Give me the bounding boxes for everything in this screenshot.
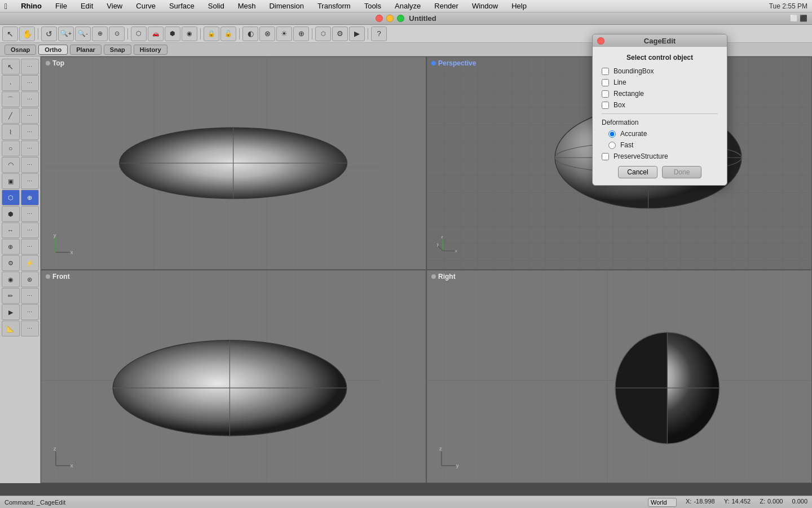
shaded-view[interactable]: 🚗 <box>148 27 164 41</box>
wireframe-view[interactable]: ⬡ <box>131 27 147 41</box>
viewport-front[interactable]: Front x z <box>41 270 426 483</box>
play-tool[interactable]: ▶ <box>349 27 365 41</box>
record-tool[interactable]: ⚙ <box>332 27 348 41</box>
box-label[interactable]: Box <box>614 101 625 109</box>
arc-sub-btn[interactable]: ⋯ <box>21 157 39 173</box>
zoom-window[interactable]: ⊕ <box>92 27 108 41</box>
gumball-tool[interactable]: ⬡ <box>315 27 331 41</box>
menu-mesh[interactable]: Mesh <box>236 2 258 10</box>
menu-render[interactable]: Render <box>432 2 461 10</box>
menu-window[interactable]: Window <box>470 2 500 10</box>
circle-btn[interactable]: ○ <box>2 141 20 156</box>
menu-transform[interactable]: Transform <box>315 2 353 10</box>
curve-sub-btn[interactable]: ⋯ <box>21 91 39 107</box>
menu-file[interactable]: File <box>53 2 69 10</box>
render-btn[interactable]: ▶ <box>2 304 20 320</box>
select-tool[interactable]: ↖ <box>2 27 18 41</box>
render-settings[interactable]: ⊕ <box>293 27 309 41</box>
rectangle-label[interactable]: Rectangle <box>614 90 644 98</box>
menu-help[interactable]: Help <box>509 2 529 10</box>
bounding-box-checkbox[interactable] <box>602 68 609 75</box>
edit-sub-btn[interactable]: ⋯ <box>21 288 39 304</box>
bounding-box-label[interactable]: BoundingBox <box>614 67 654 75</box>
viewport-top[interactable]: Top x y <box>41 56 426 270</box>
fast-radio[interactable] <box>608 142 616 149</box>
lock-tool[interactable]: 🔒 <box>204 27 219 41</box>
unlock-tool[interactable]: 🔓 <box>220 27 236 41</box>
menu-rhino[interactable]: Rhino <box>19 2 44 10</box>
ortho-button[interactable]: Ortho <box>38 45 68 55</box>
rendered-view[interactable]: ⬢ <box>165 27 180 41</box>
move-sub-btn[interactable]: ⋯ <box>21 239 39 255</box>
preserve-structure-label[interactable]: PreserveStructure <box>614 152 668 160</box>
done-button[interactable]: Done <box>662 166 701 178</box>
environment-tool[interactable]: ⊗ <box>259 27 275 41</box>
render-sub-btn[interactable]: ⋯ <box>21 304 39 320</box>
drafting-btn[interactable]: 📐 <box>2 321 20 336</box>
ghosted-view[interactable]: ◉ <box>182 27 197 41</box>
polyline-sub-btn[interactable]: ⋯ <box>21 124 39 140</box>
help-tool[interactable]: ? <box>371 27 387 41</box>
menu-view[interactable]: View <box>104 2 125 10</box>
menu-tools[interactable]: Tools <box>362 2 383 10</box>
solid-sub-btn[interactable]: ⊕ <box>21 190 39 205</box>
zoom-out-tool[interactable]: 🔍- <box>75 27 91 41</box>
curve-btn[interactable]: ⌒ <box>2 91 20 107</box>
arc-btn[interactable]: ◠ <box>2 157 20 173</box>
osnap-button[interactable]: Osnap <box>5 45 36 55</box>
rotate-tool[interactable]: ↺ <box>41 27 57 41</box>
rectangle-checkbox[interactable] <box>602 90 609 98</box>
move-btn[interactable]: ⊕ <box>2 239 20 255</box>
menu-solid[interactable]: Solid <box>206 2 227 10</box>
zoom-in-tool[interactable]: 🔍+ <box>58 27 74 41</box>
close-button[interactable] <box>376 15 383 22</box>
snap-button[interactable]: Snap <box>104 45 131 55</box>
minimize-button[interactable] <box>386 15 394 22</box>
menu-surface[interactable]: Surface <box>167 2 197 10</box>
menu-analyze[interactable]: Analyze <box>392 2 423 10</box>
menu-curve[interactable]: Curve <box>134 2 158 10</box>
line-btn[interactable]: ╱ <box>2 108 20 124</box>
box-checkbox[interactable] <box>602 102 609 109</box>
accurate-label[interactable]: Accurate <box>620 130 647 138</box>
cage-dialog-close[interactable] <box>597 37 604 45</box>
point-btn[interactable]: · <box>2 75 20 91</box>
dim-sub-btn[interactable]: ⋯ <box>21 222 39 238</box>
line-checkbox[interactable] <box>602 79 609 86</box>
apple-menu[interactable]:  <box>5 2 7 11</box>
mesh-sub-btn[interactable]: ⋯ <box>21 206 39 222</box>
zoom-selected[interactable]: ⊙ <box>109 27 125 41</box>
analysis-sub-btn[interactable]: ⊛ <box>21 271 39 287</box>
line-sub-btn[interactable]: ⋯ <box>21 108 39 124</box>
color-wheel[interactable]: ◐ <box>242 27 258 41</box>
accurate-radio[interactable] <box>608 130 616 138</box>
gumball-sub-btn[interactable]: ⚡ <box>21 255 39 271</box>
fast-label[interactable]: Fast <box>620 141 633 149</box>
point-sub-btn[interactable]: ⋯ <box>21 75 39 91</box>
gumball-btn[interactable]: ⚙ <box>2 255 20 271</box>
maximize-button[interactable] <box>397 15 404 22</box>
menu-dimension[interactable]: Dimension <box>267 2 306 10</box>
drafting-sub-btn[interactable]: ⋯ <box>21 321 39 336</box>
solid-btn[interactable]: ⬡ <box>2 190 20 205</box>
menu-edit[interactable]: Edit <box>78 2 95 10</box>
surface-sub-btn[interactable]: ⋯ <box>21 173 39 189</box>
polyline-btn[interactable]: ⌇ <box>2 124 20 140</box>
planar-button[interactable]: Planar <box>70 45 102 55</box>
history-button[interactable]: History <box>134 45 167 55</box>
surface-btn[interactable]: ▣ <box>2 173 20 189</box>
dim-btn[interactable]: ↔ <box>2 222 20 238</box>
viewport-right[interactable]: Right <box>426 270 812 483</box>
coordinate-system-select[interactable]: World <box>648 498 677 507</box>
circle-sub-btn[interactable]: ⋯ <box>21 141 39 156</box>
cancel-button[interactable]: Cancel <box>618 166 657 178</box>
select-sub-btn[interactable]: ⋯ <box>21 59 39 75</box>
select-btn[interactable]: ↖ <box>2 59 20 75</box>
preserve-structure-checkbox[interactable] <box>602 153 609 160</box>
pan-tool[interactable]: ✋ <box>19 27 35 41</box>
mesh-btn[interactable]: ⬢ <box>2 206 20 222</box>
edit-btn[interactable]: ✏ <box>2 288 20 304</box>
sun-tool[interactable]: ☀ <box>276 27 292 41</box>
line-label[interactable]: Line <box>614 78 626 86</box>
analysis-btn[interactable]: ◉ <box>2 271 20 287</box>
